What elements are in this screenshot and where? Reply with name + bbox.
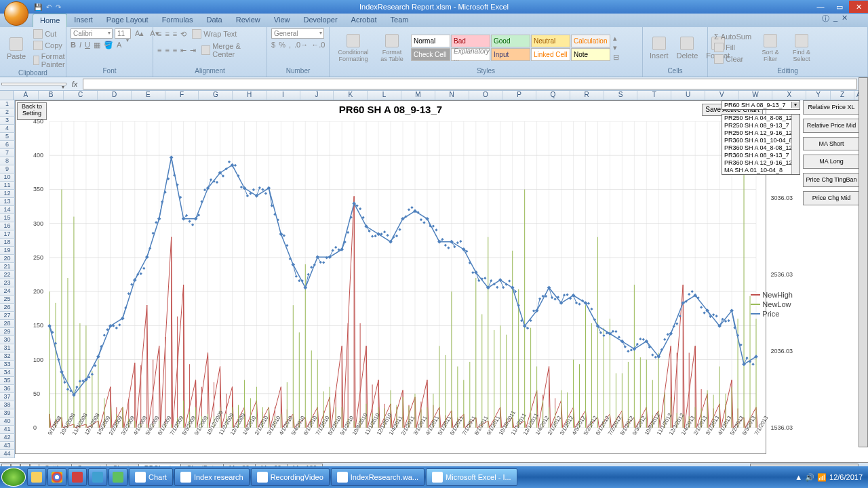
dec-indent-button[interactable]: ⇤	[180, 46, 186, 55]
dec-decimal-button[interactable]: ←.0	[311, 41, 325, 49]
number-format-combo[interactable]: General	[271, 28, 324, 39]
col-header-H[interactable]: H	[233, 91, 267, 100]
col-header-G[interactable]: G	[199, 91, 233, 100]
row-header-31[interactable]: 31	[0, 344, 15, 352]
col-header-O[interactable]: O	[469, 91, 503, 100]
style-normal[interactable]: Normal	[411, 35, 450, 47]
name-box[interactable]	[1, 83, 66, 85]
font-name-combo[interactable]: Calibri	[71, 28, 113, 39]
dropdown-item[interactable]: PR360 SH A 04_8-08_12	[722, 144, 800, 152]
row-header-26[interactable]: 26	[0, 304, 15, 312]
row-header-11[interactable]: 11	[0, 182, 15, 190]
taskbar-pin-app1[interactable]	[68, 468, 87, 486]
gallery-more-icon[interactable]: ⊟	[613, 53, 621, 62]
ribbon-tab-view[interactable]: View	[267, 14, 297, 27]
row-header-19[interactable]: 19	[0, 247, 15, 255]
format-painter-button[interactable]: Format Painter	[31, 52, 71, 69]
ribbon-tab-developer[interactable]: Developer	[296, 14, 344, 27]
insert-cells-button[interactable]: Insert	[647, 35, 671, 61]
align-center-button[interactable]: ≡	[165, 46, 169, 54]
dropdown-item[interactable]: PR250 SH A 04_8-08_12	[722, 115, 800, 122]
chart-selector-dropdown[interactable]: PR60 SH A 08_9-13_7 PR250 SH A 04_8-08_1…	[722, 100, 800, 175]
dropdown-item[interactable]: PR250 SH A 08_9-13_7	[722, 122, 800, 129]
row-header-9[interactable]: 9	[0, 165, 15, 174]
office-button[interactable]	[4, 1, 28, 26]
row-header-10[interactable]: 10	[0, 174, 15, 182]
row-header-41[interactable]: 41	[0, 426, 15, 434]
row-header-17[interactable]: 17	[0, 230, 15, 239]
dropdown-item[interactable]: PR360 SH A 01_10-04_8	[722, 137, 800, 144]
row-header-34[interactable]: 34	[0, 369, 15, 377]
dropdown-item[interactable]: PR250 SH A 12_9-16_12	[722, 129, 800, 137]
style-checkcell[interactable]: Check Cell	[411, 48, 450, 61]
font-size-combo[interactable]: 11	[115, 28, 131, 39]
dropdown-item[interactable]: PR360 SH A 08_9-13_7	[722, 152, 800, 159]
taskbar-item[interactable]: IndexResearch.wa...	[331, 468, 425, 486]
row-header-5[interactable]: 5	[0, 133, 15, 141]
formula-bar-input[interactable]	[83, 79, 857, 89]
row-header-44[interactable]: 44	[0, 450, 15, 458]
taskbar-item[interactable]: Index research	[174, 468, 250, 486]
qat-save-icon[interactable]: 💾	[34, 3, 42, 11]
taskbar-pin-explorer[interactable]	[27, 468, 46, 486]
row-header-28[interactable]: 28	[0, 320, 15, 328]
taskbar-pin-app2[interactable]	[88, 468, 107, 486]
orientation-button[interactable]: ⟲	[180, 30, 186, 39]
ribbon-tab-formulas[interactable]: Formulas	[155, 14, 200, 27]
qat-undo-icon[interactable]: ↶	[46, 3, 52, 11]
ribbon-tab-home[interactable]: Home	[33, 14, 67, 27]
col-header-R[interactable]: R	[570, 91, 604, 100]
find-select-button[interactable]: Find & Select	[787, 33, 816, 64]
row-header-43[interactable]: 43	[0, 442, 15, 450]
style-explanatory[interactable]: Explanatory ...	[451, 48, 490, 61]
ribbon-help-icon[interactable]: ⓘ	[822, 14, 829, 24]
merge-button[interactable]: Merge & Center	[199, 41, 262, 59]
tray-icon[interactable]: 📶	[817, 473, 827, 482]
taskbar-item[interactable]: Chart	[129, 468, 173, 486]
clear-button[interactable]: Clear	[712, 54, 753, 64]
row-header-1[interactable]: 1	[0, 100, 15, 108]
row-header-35[interactable]: 35	[0, 377, 15, 385]
close-button[interactable]: ✕	[849, 1, 868, 13]
copy-button[interactable]: Copy	[31, 40, 71, 51]
align-bot-button[interactable]: ≡	[173, 30, 177, 38]
row-header-15[interactable]: 15	[0, 214, 15, 222]
col-header-F[interactable]: F	[165, 91, 199, 100]
row-header-18[interactable]: 18	[0, 239, 15, 247]
gallery-up-icon[interactable]: ▴	[613, 34, 621, 43]
taskbar-item[interactable]: Microsoft Excel - I...	[426, 468, 517, 486]
align-left-button[interactable]: ≡	[157, 46, 161, 54]
row-header-38[interactable]: 38	[0, 401, 15, 409]
row-header-36[interactable]: 36	[0, 385, 15, 393]
row-header-4[interactable]: 4	[0, 125, 15, 133]
col-header-X[interactable]: X	[772, 91, 806, 100]
row-header-29[interactable]: 29	[0, 328, 15, 336]
embedded-chart[interactable]: Back to Setting Save Active Chart PR60 S…	[15, 100, 766, 454]
side-button-ma-short[interactable]: MA Short	[803, 137, 860, 151]
col-header-M[interactable]: M	[401, 91, 435, 100]
autosum-button[interactable]: ΣAutoSum	[712, 32, 753, 41]
col-header-V[interactable]: V	[705, 91, 739, 100]
row-header-20[interactable]: 20	[0, 255, 15, 263]
align-mid-button[interactable]: ≡	[165, 30, 169, 38]
row-header-16[interactable]: 16	[0, 222, 15, 230]
col-header-S[interactable]: S	[604, 91, 638, 100]
inc-decimal-button[interactable]: .0→	[294, 41, 308, 49]
taskbar-item[interactable]: RecordingVideo	[251, 468, 330, 486]
row-header-37[interactable]: 37	[0, 393, 15, 401]
ribbon-minimize-icon[interactable]: _	[833, 14, 837, 24]
cut-button[interactable]: Cut	[31, 28, 71, 39]
dropdown-item[interactable]: MA SH A 01_10-04_8	[722, 167, 800, 174]
row-header-2[interactable]: 2	[0, 108, 15, 117]
comma-button[interactable]: ,	[289, 41, 291, 49]
currency-button[interactable]: $	[271, 41, 275, 49]
row-header-12[interactable]: 12	[0, 190, 15, 198]
row-header-30[interactable]: 30	[0, 336, 15, 344]
system-tray[interactable]: ▲ 🔊 📶 12/6/2017	[795, 473, 867, 482]
paste-button[interactable]: Paste	[4, 36, 28, 62]
align-top-button[interactable]: ≡	[157, 30, 161, 38]
ribbon-tab-acrobat[interactable]: Acrobat	[344, 14, 384, 27]
style-input[interactable]: Input	[491, 48, 530, 61]
col-header-P[interactable]: P	[502, 91, 536, 100]
taskbar-pin-app3[interactable]	[108, 468, 127, 486]
